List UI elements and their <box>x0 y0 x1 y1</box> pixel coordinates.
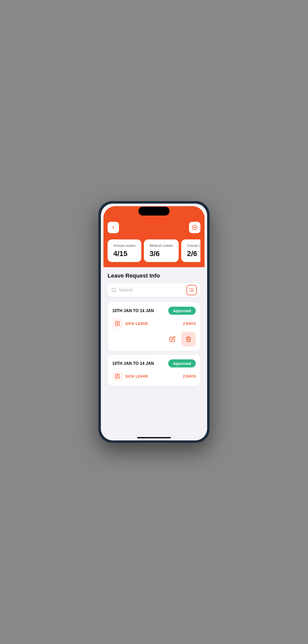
svg-line-4 <box>115 291 116 292</box>
leave-type-row-1: SICK LEAVE <box>112 318 148 329</box>
scroll-area: Annual Leaves 4/15 Medical Leaves 3/6 Ca… <box>103 206 205 431</box>
leave-type-label-1: SICK LEAVE <box>125 321 148 326</box>
leave-request-card-1: 10TH JAN TO 14 JAN Approved <box>108 302 200 351</box>
annual-leaves-title: Annual Leaves <box>113 244 136 247</box>
back-button[interactable] <box>108 222 119 233</box>
annual-leaves-card: Annual Leaves 4/15 <box>108 239 141 262</box>
add-button[interactable] <box>189 222 200 233</box>
dynamic-island <box>138 207 170 216</box>
leave-request-card-2: 10TH JAN TO 14 JAN Approved <box>108 355 200 386</box>
search-bar[interactable]: Search <box>108 283 200 297</box>
sick-leave-icon-2 <box>112 371 123 381</box>
status-badge-2: Approved <box>168 359 196 367</box>
edit-button-1[interactable] <box>166 333 179 345</box>
medical-leaves-card: Medical Leaves 3/6 <box>144 239 179 262</box>
medical-leaves-title: Medical Leaves <box>150 244 173 247</box>
header-top <box>108 222 200 236</box>
home-indicator <box>137 437 171 438</box>
delete-button-1[interactable] <box>181 332 196 346</box>
sick-leave-icon-1 <box>112 318 123 329</box>
phone-screen: Annual Leaves 4/15 Medical Leaves 3/6 Ca… <box>101 204 207 440</box>
date-range-2: 10TH JAN TO 14 JAN <box>112 361 154 366</box>
leave-type-label-2: SICK LEAVE <box>125 374 148 378</box>
card-bottom-row-2: SICK LEAVE 2 DAYS <box>112 371 196 381</box>
phone-frame: Annual Leaves 4/15 Medical Leaves 3/6 Ca… <box>98 201 210 443</box>
casual-leaves-value: 2/6 <box>187 250 200 258</box>
annual-leaves-value: 4/15 <box>113 250 136 258</box>
date-range-1: 10TH JAN TO 14 JAN <box>112 308 154 313</box>
leave-cards-row: Annual Leaves 4/15 Medical Leaves 3/6 Ca… <box>108 236 200 267</box>
main-content: Leave Request Info Search <box>103 267 205 431</box>
search-icon <box>111 287 116 293</box>
casual-leaves-title: Casual Leav... <box>187 244 200 247</box>
filter-button[interactable] <box>186 285 197 295</box>
leave-type-row-2: SICK LEAVE <box>112 371 148 381</box>
svg-point-9 <box>190 291 190 292</box>
svg-point-8 <box>190 288 190 289</box>
card-top-row-2: 10TH JAN TO 14 JAN Approved <box>112 359 196 367</box>
search-input[interactable]: Search <box>119 287 184 293</box>
status-badge-1: Approved <box>168 307 196 315</box>
casual-leaves-card: Casual Leav... 2/6 <box>181 239 200 262</box>
section-title: Leave Request Info <box>108 272 200 279</box>
medical-leaves-value: 3/6 <box>150 250 173 258</box>
days-label-2: 2 DAYS <box>183 374 196 378</box>
days-label-1: 2 DAYS <box>183 321 196 326</box>
